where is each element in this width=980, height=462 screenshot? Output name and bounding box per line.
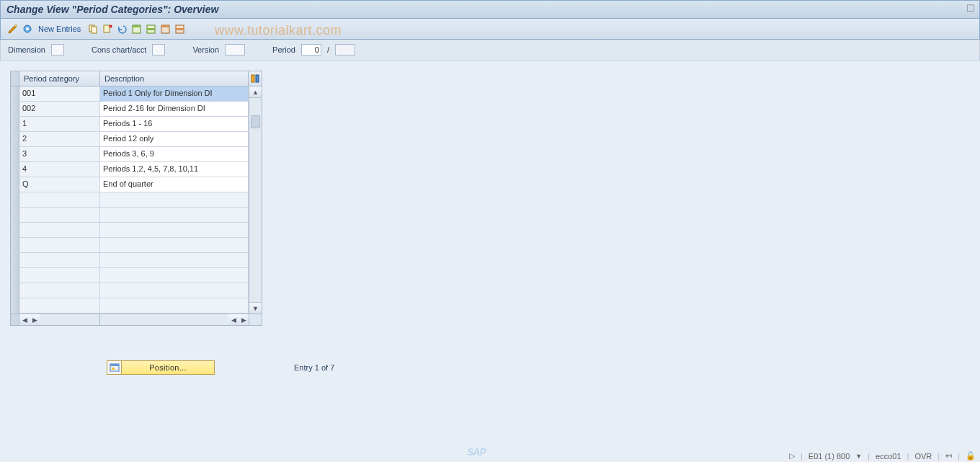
- cell-description[interactable]: [100, 223, 249, 238]
- period-field[interactable]: 0: [301, 44, 321, 55]
- scroll-left-icon[interactable]: ◀: [19, 314, 30, 325]
- table-row[interactable]: 1Periods 1 - 16: [11, 117, 249, 132]
- scroll-up-icon[interactable]: ▲: [249, 86, 262, 98]
- row-selector[interactable]: [11, 102, 19, 117]
- title-control-icon[interactable]: ☐: [966, 3, 975, 14]
- table-row[interactable]: 4Periods 1,2, 4,5, 7,8, 10,11: [11, 162, 249, 177]
- row-selector[interactable]: [11, 223, 19, 238]
- new-entries-button[interactable]: New Entries: [38, 25, 81, 33]
- cell-description[interactable]: [100, 253, 249, 268]
- table-row[interactable]: 2Period 12 only: [11, 132, 249, 147]
- cell-description[interactable]: Period 12 only: [100, 132, 249, 147]
- select-block-icon[interactable]: [144, 22, 157, 35]
- cell-period-category[interactable]: [19, 298, 100, 314]
- cell-description[interactable]: Periods 1,2, 4,5, 7,8, 10,11: [100, 162, 249, 177]
- filter-bar: Dimension Cons chart/acct Version Period…: [0, 40, 980, 61]
- position-button[interactable]: Position...: [107, 360, 215, 375]
- row-selector[interactable]: [11, 162, 19, 177]
- cell-period-category[interactable]: 001: [19, 86, 100, 102]
- version-field[interactable]: [225, 44, 245, 55]
- cell-period-category[interactable]: [19, 268, 100, 283]
- configure-icon[interactable]: [173, 22, 186, 35]
- status-lock-icon[interactable]: 🔓: [966, 451, 976, 461]
- table-row-empty[interactable]: [11, 192, 249, 208]
- cons-chart-field[interactable]: [152, 44, 165, 55]
- cell-description[interactable]: [100, 192, 249, 208]
- cell-description[interactable]: Periods 1 - 16: [100, 117, 249, 132]
- row-selector[interactable]: [11, 298, 19, 314]
- svg-rect-17: [112, 368, 115, 370]
- table-row[interactable]: 001Period 1 Only for Dimension DI: [11, 86, 249, 102]
- row-selector[interactable]: [11, 86, 19, 102]
- row-selector[interactable]: [11, 177, 19, 192]
- table-row[interactable]: 3Periods 3, 6, 9: [11, 147, 249, 162]
- status-triangle-icon[interactable]: ▷: [789, 451, 795, 461]
- row-selector[interactable]: [11, 283, 19, 298]
- cell-period-category[interactable]: [19, 208, 100, 223]
- scroll-right-icon-2[interactable]: ▶: [239, 314, 249, 325]
- cell-period-category[interactable]: 4: [19, 162, 100, 177]
- table-row-empty[interactable]: [11, 253, 249, 268]
- table-row-empty[interactable]: [11, 268, 249, 283]
- table-row-empty[interactable]: [11, 298, 249, 314]
- scroll-left-icon-2[interactable]: ◀: [228, 314, 239, 325]
- cell-description[interactable]: Periods 3, 6, 9: [100, 147, 249, 162]
- cell-description[interactable]: [100, 283, 249, 298]
- dimension-field[interactable]: [51, 44, 64, 55]
- column-header-period-category[interactable]: Period category: [19, 71, 100, 86]
- column-header-description[interactable]: Description: [100, 71, 249, 86]
- table-row-empty[interactable]: [11, 283, 249, 298]
- cell-period-category[interactable]: [19, 253, 100, 268]
- svg-rect-12: [176, 28, 184, 30]
- table-row-empty[interactable]: [11, 223, 249, 238]
- cell-period-category[interactable]: [19, 192, 100, 208]
- title-bar: Change View "Period Categories": Overvie…: [0, 0, 980, 19]
- cell-description[interactable]: [100, 298, 249, 314]
- row-selector[interactable]: [11, 192, 19, 208]
- cell-period-category[interactable]: 3: [19, 147, 100, 162]
- table-row[interactable]: QEnd of quarter: [11, 177, 249, 192]
- select-all-icon[interactable]: [130, 22, 143, 35]
- delete-icon[interactable]: [101, 22, 114, 35]
- row-selector[interactable]: [11, 268, 19, 283]
- status-back-icon[interactable]: ↤: [945, 451, 952, 461]
- cell-period-category[interactable]: [19, 283, 100, 298]
- row-selector[interactable]: [11, 238, 19, 253]
- horizontal-scrollbar[interactable]: ◀ ▶ ◀ ▶: [11, 314, 262, 325]
- period-label: Period: [272, 45, 295, 54]
- scroll-right-icon[interactable]: ▶: [30, 314, 40, 325]
- svg-rect-4: [104, 25, 110, 32]
- cell-period-category[interactable]: [19, 223, 100, 238]
- cell-period-category[interactable]: 2: [19, 132, 100, 147]
- period-year-field[interactable]: [335, 44, 355, 55]
- cell-period-category[interactable]: 1: [19, 117, 100, 132]
- undo-icon[interactable]: [115, 22, 128, 35]
- svg-rect-16: [110, 364, 119, 366]
- status-dropdown-icon[interactable]: ▼: [855, 453, 862, 460]
- row-selector[interactable]: [11, 132, 19, 147]
- cell-period-category[interactable]: Q: [19, 177, 100, 192]
- cell-period-category[interactable]: 002: [19, 102, 100, 117]
- other-view-icon[interactable]: [21, 22, 34, 35]
- copy-as-icon[interactable]: [86, 22, 99, 35]
- cell-description[interactable]: [100, 238, 249, 253]
- row-selector[interactable]: [11, 117, 19, 132]
- cell-description[interactable]: Period 1 Only for Dimension DI: [100, 86, 249, 102]
- row-selector-header[interactable]: [11, 71, 19, 86]
- vertical-scrollbar[interactable]: ▲ ▼: [249, 86, 262, 314]
- toggle-display-change-icon[interactable]: [6, 22, 19, 35]
- cell-description[interactable]: [100, 208, 249, 223]
- cell-description[interactable]: End of quarter: [100, 177, 249, 192]
- table-row-empty[interactable]: [11, 208, 249, 223]
- cell-description[interactable]: [100, 268, 249, 283]
- row-selector[interactable]: [11, 208, 19, 223]
- row-selector[interactable]: [11, 147, 19, 162]
- cell-description[interactable]: Period 2-16 for Dimension DI: [100, 102, 249, 117]
- row-selector[interactable]: [11, 253, 19, 268]
- cell-period-category[interactable]: [19, 238, 100, 253]
- scroll-down-icon[interactable]: ▼: [249, 302, 262, 314]
- table-row-empty[interactable]: [11, 238, 249, 253]
- table-settings-icon[interactable]: [249, 71, 262, 86]
- table-row[interactable]: 002Period 2-16 for Dimension DI: [11, 102, 249, 117]
- deselect-all-icon[interactable]: [159, 22, 172, 35]
